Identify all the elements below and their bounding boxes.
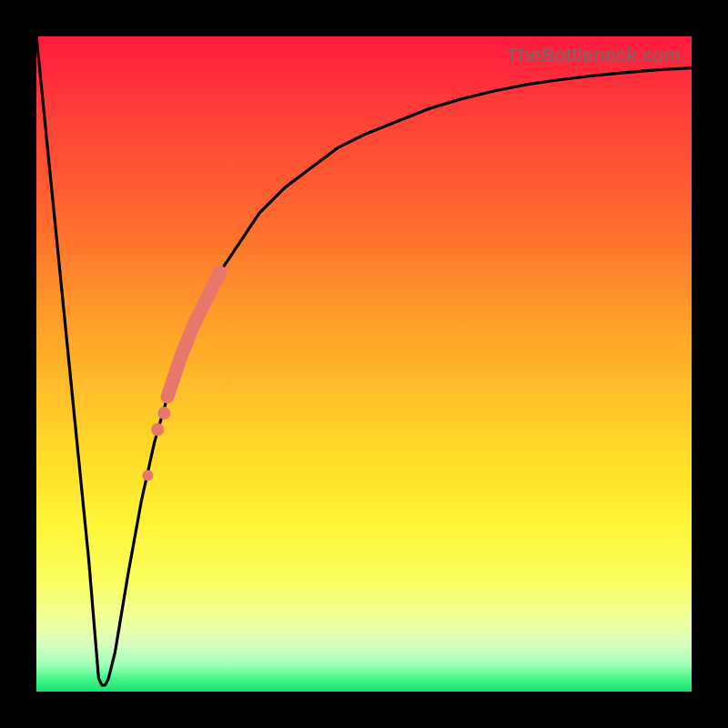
- highlight-stroke: [167, 272, 220, 397]
- plot-area: TheBottleneck.com: [36, 36, 692, 692]
- bottleneck-curve: [36, 36, 692, 685]
- chart-frame: TheBottleneck.com: [0, 0, 728, 728]
- highlight-dot: [151, 423, 164, 436]
- curve-layer: [36, 36, 692, 692]
- highlight-dot: [142, 470, 153, 480]
- attribution-label: TheBottleneck.com: [506, 44, 681, 67]
- highlight-dot: [157, 407, 170, 420]
